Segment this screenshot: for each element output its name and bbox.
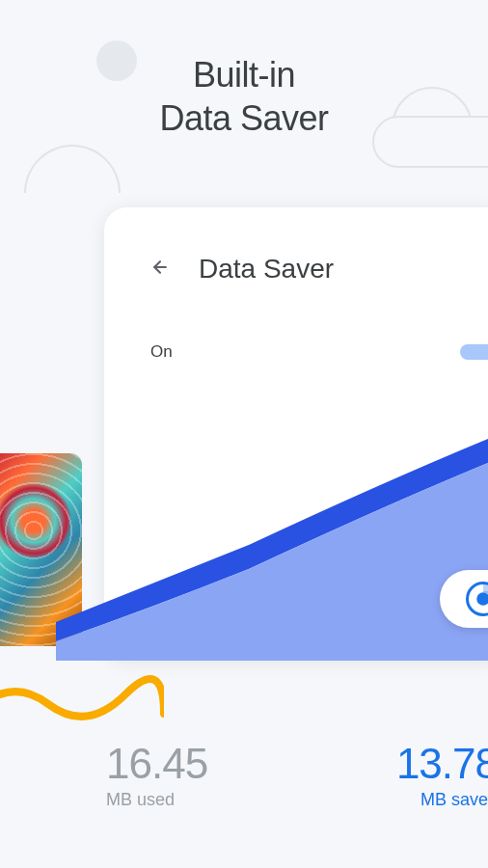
- card-title: Data Saver: [199, 254, 334, 285]
- back-arrow-icon[interactable]: [150, 258, 170, 282]
- toggle-row: On: [150, 342, 488, 362]
- saved-label: MB saved: [396, 790, 488, 810]
- toggle-track: [460, 344, 488, 360]
- card-header: Data Saver: [150, 254, 488, 285]
- data-saver-card: Data Saver On: [104, 207, 488, 661]
- hero-title-line1: Built-in: [193, 55, 295, 95]
- hero-title-line2: Data Saver: [159, 98, 328, 138]
- saved-value: 13.78: [396, 740, 488, 788]
- data-saver-toggle[interactable]: [460, 342, 488, 362]
- svg-point-2: [476, 592, 488, 606]
- used-value: 16.45: [106, 740, 207, 788]
- chrome-icon: [466, 582, 488, 616]
- stats-container: 16.45 MB used 13.78 MB saved: [106, 740, 488, 810]
- used-label: MB used: [106, 790, 207, 810]
- stat-mb-saved: 13.78 MB saved: [396, 740, 488, 810]
- decorative-cloud-left: [24, 145, 121, 193]
- toggle-label: On: [150, 342, 173, 362]
- hero-title: Built-in Data Saver: [0, 0, 488, 140]
- stat-mb-used: 16.45 MB used: [106, 740, 207, 810]
- chart-wave: [56, 429, 488, 661]
